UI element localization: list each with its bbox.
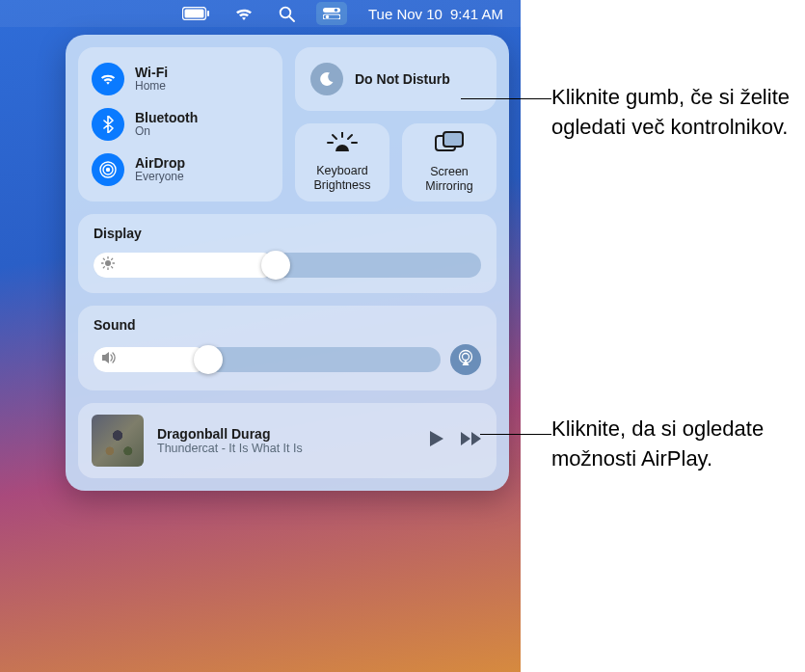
screen-mirroring-label: Screen Mirroring	[406, 165, 493, 194]
connectivity-tile[interactable]: Wi-Fi Home Bluetooth On	[78, 47, 282, 202]
airdrop-status: Everyone	[135, 171, 185, 184]
svg-point-19	[105, 260, 111, 266]
wifi-label: Wi-Fi	[135, 65, 168, 80]
menu-datetime[interactable]: Tue Nov 10 9:41 AM	[364, 0, 507, 27]
airplay-icon	[457, 349, 474, 370]
do-not-disturb-tile[interactable]: Do Not Disturb	[295, 47, 496, 111]
svg-rect-2	[207, 11, 209, 16]
bluetooth-toggle[interactable]: Bluetooth On	[92, 104, 269, 145]
sound-slider[interactable]	[94, 347, 441, 372]
control-center-panel: Wi-Fi Home Bluetooth On	[66, 35, 509, 491]
svg-point-9	[106, 167, 110, 171]
airdrop-toggle[interactable]: AirDrop Everyone	[92, 149, 269, 190]
airdrop-icon	[92, 153, 124, 186]
control-center-icon[interactable]	[316, 2, 347, 25]
wifi-toggle[interactable]: Wi-Fi Home	[92, 59, 269, 99]
play-button[interactable]	[429, 430, 444, 451]
screen-mirroring-tile[interactable]: Screen Mirroring	[402, 123, 496, 202]
svg-rect-18	[443, 132, 463, 147]
svg-point-29	[463, 354, 470, 361]
sound-tile[interactable]: Sound	[78, 306, 496, 390]
bluetooth-label: Bluetooth	[135, 110, 198, 125]
svg-line-14	[348, 135, 352, 139]
menu-bar: Tue Nov 10 9:41 AM	[0, 0, 521, 27]
airdrop-label: AirDrop	[135, 155, 185, 171]
svg-point-6	[335, 9, 337, 12]
spotlight-icon[interactable]	[275, 0, 299, 27]
callout-leader-2	[480, 434, 551, 435]
keyboard-brightness-icon	[326, 132, 359, 157]
desktop-background: Tue Nov 10 9:41 AM Wi-Fi Home	[0, 0, 521, 672]
keyboard-brightness-tile[interactable]: Keyboard Brightness	[295, 123, 389, 202]
callout-1: Kliknite gumb, če si želite ogledati več…	[551, 83, 802, 143]
svg-rect-1	[184, 10, 203, 18]
svg-line-26	[112, 258, 113, 259]
display-slider[interactable]	[94, 253, 481, 278]
speaker-icon	[101, 351, 117, 368]
svg-line-4	[289, 16, 294, 21]
display-label: Display	[94, 226, 481, 241]
bluetooth-status: On	[135, 125, 198, 139]
wifi-status: Home	[135, 80, 168, 94]
moon-icon	[310, 63, 343, 95]
svg-line-24	[103, 258, 104, 259]
display-tile[interactable]: Display	[78, 214, 496, 293]
screen-mirroring-icon	[435, 131, 464, 158]
wifi-icon[interactable]	[230, 0, 257, 27]
callout-leader-1	[461, 98, 551, 99]
sun-icon	[101, 256, 115, 274]
track-artist: Thundercat - It Is What It Is	[157, 442, 416, 455]
track-title: Dragonball Durag	[157, 426, 416, 442]
bluetooth-icon	[92, 108, 124, 141]
svg-point-8	[326, 15, 329, 18]
svg-line-27	[103, 267, 104, 268]
menu-time: 9:41 AM	[450, 6, 503, 22]
airplay-button[interactable]	[450, 344, 481, 375]
callout-2: Kliknite, da si ogledate možnosti AirPla…	[551, 415, 802, 474]
svg-line-13	[333, 135, 336, 139]
dnd-label: Do Not Disturb	[355, 71, 450, 88]
battery-icon[interactable]	[178, 0, 213, 27]
sound-label: Sound	[94, 317, 481, 333]
keyboard-brightness-label: Keyboard Brightness	[299, 164, 386, 193]
svg-rect-5	[323, 8, 340, 13]
svg-rect-7	[323, 14, 340, 19]
wifi-icon	[92, 63, 124, 95]
now-playing-tile[interactable]: Dragonball Durag Thundercat - It Is What…	[78, 403, 496, 478]
svg-line-25	[112, 267, 113, 268]
album-art	[92, 415, 144, 467]
menu-date: Tue Nov 10	[368, 6, 443, 22]
